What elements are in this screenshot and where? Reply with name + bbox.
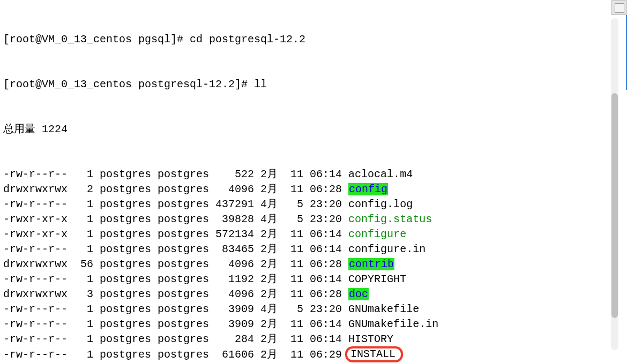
- list-item: -rw-r--r-- 1 postgres postgres 83465 2月 …: [3, 242, 585, 257]
- list-item: drwxrwxrwx 56 postgres postgres 4096 2月 …: [3, 257, 585, 272]
- highlight-annotation: INSTALL: [345, 346, 403, 362]
- file-meta: -rw-r--r-- 1 postgres postgres 61606 2月 …: [3, 348, 348, 361]
- sidebar-toggle-button[interactable]: [611, 0, 627, 15]
- file-meta: drwxrwxrwx 56 postgres postgres 4096 2月 …: [3, 258, 348, 270]
- file-name: configure.in: [348, 243, 426, 255]
- file-meta: -rw-r--r-- 1 postgres postgres 284 2月 11…: [3, 333, 348, 345]
- list-item: -rw-r--r-- 1 postgres postgres 3909 2月 1…: [3, 317, 585, 332]
- total-line: 总用量 1224: [3, 122, 585, 137]
- file-meta: -rw-r--r-- 1 postgres postgres 83465 2月 …: [3, 243, 348, 255]
- file-meta: -rw-r--r-- 1 postgres postgres 3909 4月 5…: [3, 303, 348, 315]
- list-item: -rw-r--r-- 1 postgres postgres 437291 4月…: [3, 197, 585, 212]
- panel-icon: [615, 3, 624, 13]
- file-meta: drwxrwxrwx 3 postgres postgres 4096 2月 1…: [3, 288, 348, 300]
- file-name: aclocal.m4: [348, 168, 413, 180]
- list-item: -rw-r--r-- 1 postgres postgres 284 2月 11…: [3, 332, 585, 347]
- scrollbar-track[interactable]: [611, 18, 618, 350]
- file-name: GNUmakefile.in: [348, 318, 438, 330]
- file-meta: -rw-r--r-- 1 postgres postgres 437291 4月…: [3, 198, 348, 210]
- file-listing: -rw-r--r-- 1 postgres postgres 522 2月 11…: [3, 167, 585, 364]
- file-name: HISTORY: [348, 333, 393, 345]
- prompt-prefix: [root@VM_0_13_centos pgsql]#: [3, 33, 190, 46]
- list-item: drwxrwxrwx 2 postgres postgres 4096 2月 1…: [3, 182, 585, 197]
- list-item: -rw-r--r-- 1 postgres postgres 3909 4月 5…: [3, 302, 585, 317]
- prompt-line-1: [root@VM_0_13_centos pgsql]# cd postgres…: [3, 32, 585, 47]
- list-item: -rwxr-xr-x 1 postgres postgres 39828 4月 …: [3, 212, 585, 227]
- list-item: -rw-r--r-- 1 postgres postgres 522 2月 11…: [3, 167, 585, 182]
- file-meta: drwxrwxrwx 2 postgres postgres 4096 2月 1…: [3, 183, 348, 195]
- prompt-line-2: [root@VM_0_13_centos postgresql-12.2]# l…: [3, 77, 585, 92]
- file-name: config.log: [348, 198, 413, 210]
- file-name: GNUmakefile: [348, 303, 419, 315]
- terminal-output[interactable]: [root@VM_0_13_centos pgsql]# cd postgres…: [0, 0, 588, 364]
- list-item: -rw-r--r-- 1 postgres postgres 61606 2月 …: [3, 347, 585, 363]
- scrollbar-thumb[interactable]: [611, 93, 618, 318]
- file-name-executable: config.status: [348, 213, 432, 225]
- file-meta: -rw-r--r-- 1 postgres postgres 522 2月 11…: [3, 168, 348, 180]
- file-meta: -rw-r--r-- 1 postgres postgres 1192 2月 1…: [3, 273, 348, 285]
- file-name-directory: doc: [348, 288, 369, 300]
- file-meta: -rwxr-xr-x 1 postgres postgres 572134 2月…: [3, 228, 348, 240]
- file-name-executable: configure: [348, 228, 406, 240]
- file-name-directory: contrib: [348, 258, 394, 270]
- command-text: ll: [254, 78, 267, 90]
- file-name: INSTALL: [350, 348, 395, 360]
- screenshot-root: [root@VM_0_13_centos pgsql]# cd postgres…: [0, 0, 627, 364]
- file-name: COPYRIGHT: [348, 273, 406, 285]
- prompt-prefix: [root@VM_0_13_centos postgresql-12.2]#: [3, 78, 254, 90]
- file-meta: -rwxr-xr-x 1 postgres postgres 39828 4月 …: [3, 213, 348, 225]
- list-item: -rwxr-xr-x 1 postgres postgres 572134 2月…: [3, 227, 585, 242]
- file-name-directory: config: [348, 183, 388, 195]
- list-item: drwxrwxrwx 3 postgres postgres 4096 2月 1…: [3, 287, 585, 302]
- list-item: -rw-r--r-- 1 postgres postgres 1192 2月 1…: [3, 272, 585, 287]
- file-meta: -rw-r--r-- 1 postgres postgres 3909 2月 1…: [3, 318, 348, 330]
- command-text: cd postgresql-12.2: [190, 33, 305, 46]
